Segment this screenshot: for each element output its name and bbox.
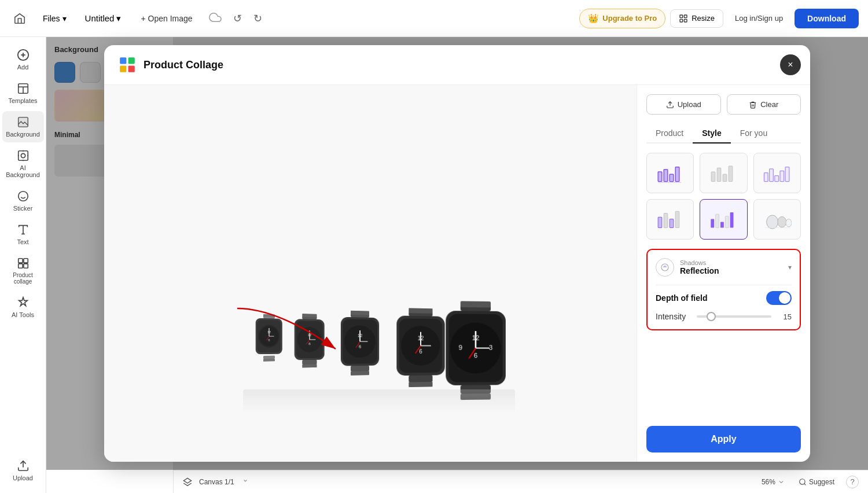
svg-text:6: 6: [269, 338, 270, 341]
svg-rect-74: [409, 375, 432, 382]
bottombar: Canvas 1/1 56% Suggest ?: [174, 470, 868, 493]
svg-rect-112: [716, 214, 719, 227]
svg-rect-99: [718, 168, 722, 181]
svg-rect-2: [685, 19, 687, 22]
svg-rect-3: [680, 19, 683, 22]
svg-rect-26: [120, 66, 126, 72]
login-button[interactable]: Log in/Sign up: [728, 10, 790, 27]
layers-button[interactable]: [183, 477, 192, 487]
svg-rect-115: [730, 212, 734, 228]
style-card-1[interactable]: [646, 153, 694, 193]
dof-label: Depth of field: [656, 293, 766, 303]
style-card-6[interactable]: [753, 199, 801, 240]
style-card-5[interactable]: [700, 199, 747, 240]
files-chevron: ▾: [62, 14, 67, 23]
modal-logo-icon: [118, 56, 137, 74]
crown-icon: 👑: [588, 13, 599, 24]
help-button[interactable]: ?: [846, 476, 859, 488]
style-card-3[interactable]: [753, 153, 801, 193]
svg-rect-62: [351, 365, 369, 371]
modal-overlay: Product Collage × 12: [46, 37, 868, 470]
sidebar-templates-label: Templates: [8, 97, 37, 104]
shadows-label: Shadows: [680, 259, 782, 266]
suggest-icon: [799, 478, 807, 486]
svg-text:6: 6: [308, 341, 311, 345]
sidebar-item-templates[interactable]: Templates: [2, 78, 44, 109]
zoom-control[interactable]: 56%: [762, 478, 785, 486]
clear-button[interactable]: Clear: [727, 94, 801, 115]
tab-product[interactable]: Product: [646, 124, 693, 144]
watch-2: 12 6: [290, 311, 329, 375]
svg-rect-114: [726, 216, 729, 228]
svg-point-12: [18, 192, 28, 201]
upgrade-button[interactable]: 👑 Upgrade to Pro: [579, 9, 665, 28]
download-button[interactable]: Download: [795, 9, 859, 28]
svg-text:9: 9: [458, 344, 462, 351]
open-image-label: + Open Image: [141, 14, 192, 23]
modal-title: Product Collage: [144, 59, 223, 71]
sidebar-ai-background-label: AI Background: [6, 164, 41, 178]
svg-text:6: 6: [419, 348, 422, 354]
svg-rect-15: [18, 259, 22, 263]
tab-for-you[interactable]: For you: [731, 124, 777, 144]
tab-style[interactable]: Style: [693, 124, 730, 144]
upload-label: Upload: [678, 100, 701, 109]
topbar: Files ▾ Untitled ▾ + Open Image ↺ ↻ 👑 Up…: [0, 0, 868, 37]
sidebar-item-ai-background[interactable]: AI Background: [2, 145, 44, 183]
sidebar-item-sticker[interactable]: Sticker: [2, 185, 44, 216]
document-title[interactable]: Untitled ▾: [79, 10, 127, 27]
svg-rect-24: [120, 57, 126, 64]
trash-icon: [749, 101, 757, 109]
sidebar-item-add[interactable]: Add: [2, 44, 44, 75]
sidebar-item-text[interactable]: Text: [2, 219, 44, 250]
undo-button[interactable]: ↺: [229, 9, 247, 28]
upload-button[interactable]: Upload: [646, 94, 721, 115]
style-card-2[interactable]: [700, 153, 747, 193]
sidebar-background-label: Background: [6, 131, 40, 138]
watch-3: 12 6: [337, 308, 383, 384]
open-image-button[interactable]: + Open Image: [134, 10, 199, 27]
zoom-level: 56%: [762, 478, 775, 486]
resize-button[interactable]: Resize: [670, 9, 723, 28]
files-menu[interactable]: Files ▾: [37, 10, 72, 27]
sidebar-text-label: Text: [17, 238, 28, 245]
sidebar-add-label: Add: [17, 64, 29, 71]
apply-button[interactable]: Apply: [646, 426, 801, 452]
home-button[interactable]: [9, 8, 30, 29]
svg-rect-104: [775, 176, 779, 182]
cloud-sync-icon[interactable]: [209, 11, 222, 26]
sidebar-sticker-label: Sticker: [13, 205, 33, 212]
svg-rect-1: [685, 15, 687, 18]
modal-tabs: Product Style For you: [646, 124, 801, 144]
sidebar-ai-tools-label: AI Tools: [12, 311, 34, 318]
intensity-slider[interactable]: [697, 315, 771, 318]
intensity-value: 15: [777, 312, 792, 321]
sidebar-item-upload[interactable]: Upload: [2, 455, 44, 486]
sidebar-item-ai-tools[interactable]: AI Tools: [2, 292, 44, 323]
svg-rect-10: [18, 117, 28, 127]
svg-rect-27: [128, 66, 135, 72]
modal-sidebar: Upload Clear Product Style: [637, 85, 810, 462]
resize-label: Resize: [692, 14, 715, 23]
svg-rect-108: [664, 214, 668, 228]
style-card-4[interactable]: [646, 199, 694, 240]
sidebar: Add Templates Background AI Background: [0, 37, 46, 493]
title-chevron: ▾: [116, 13, 121, 24]
sidebar-item-product-collage[interactable]: Product collage: [2, 252, 44, 289]
svg-rect-103: [769, 169, 773, 182]
shadow-icon: [656, 258, 674, 277]
settings-box: Shadows Reflection ▾ Depth of field: [646, 249, 801, 330]
suggest-button[interactable]: Suggest: [799, 478, 834, 486]
svg-rect-102: [764, 173, 768, 182]
redo-button[interactable]: ↻: [249, 9, 267, 28]
svg-rect-107: [658, 217, 662, 227]
zoom-chevron-icon: [778, 479, 785, 485]
style-grid: [646, 153, 801, 240]
svg-rect-0: [680, 15, 683, 18]
dof-toggle[interactable]: [766, 291, 792, 305]
shadow-chevron-icon[interactable]: ▾: [788, 263, 792, 271]
modal-close-button[interactable]: ×: [780, 54, 801, 75]
sidebar-item-background[interactable]: Background: [2, 111, 44, 142]
svg-line-22: [804, 483, 806, 485]
svg-rect-96: [675, 167, 679, 182]
